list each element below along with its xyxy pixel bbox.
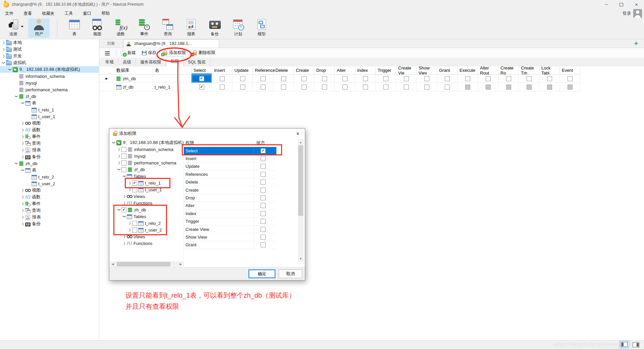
privilege-cell-Select[interactable] <box>192 74 212 83</box>
checkbox[interactable] <box>547 85 552 90</box>
checkbox[interactable] <box>121 160 126 165</box>
checkbox[interactable] <box>132 221 137 226</box>
hamburger-menu-button[interactable] <box>99 50 116 56</box>
toolbar-item-表[interactable]: 表 <box>64 18 85 38</box>
checkbox[interactable] <box>342 85 347 90</box>
tree-expanded-icon[interactable] <box>20 168 25 172</box>
scroll-right-icon[interactable]: ▶ <box>178 261 183 267</box>
tree-collapsed-icon[interactable] <box>20 128 25 132</box>
tab-SQL 预览[interactable]: SQL 预览 <box>184 58 211 66</box>
tree-item-备份[interactable]: 备份 <box>0 153 99 160</box>
checkbox[interactable] <box>445 76 450 81</box>
privilege-cell-Drop[interactable] <box>314 83 335 91</box>
tree-item-t_user_2[interactable]: t_user_2 <box>0 180 99 187</box>
grid-column-Create Ro[interactable]: Create Ro <box>498 66 519 74</box>
privilege-cell-Select[interactable] <box>192 83 212 91</box>
checkbox[interactable] <box>132 228 137 233</box>
privilege-cell-Show Viev[interactable] <box>417 83 437 91</box>
privilege-cell-Alter Rout[interactable] <box>478 74 498 83</box>
grid-column-Show Viev[interactable]: Show Viev <box>417 66 437 74</box>
checkbox[interactable] <box>261 219 266 224</box>
tree-collapsed-icon[interactable] <box>20 201 25 206</box>
tab-高级[interactable]: 高级 <box>118 58 136 66</box>
permission-row-Create View[interactable]: Create View <box>184 226 276 233</box>
privilege-cell-Reference[interactable] <box>253 74 273 83</box>
table-row[interactable]: zh\_db <box>99 74 644 83</box>
privilege-cell-Insert[interactable] <box>212 74 232 83</box>
tree-item-mysql[interactable]: mysql <box>0 80 99 86</box>
tree-item-本地[interactable]: 本地 <box>0 39 99 46</box>
toolbar-item-报表[interactable]: 报表 <box>180 18 202 38</box>
grid-column-Index[interactable]: Index <box>355 66 376 74</box>
checkbox[interactable] <box>322 76 327 81</box>
privilege-cell-Alter[interactable] <box>335 74 355 83</box>
tree-item-报表[interactable]: 报表 <box>0 147 99 153</box>
grid-column-Insert[interactable]: Insert <box>212 66 232 74</box>
tree-collapsed-icon[interactable] <box>127 228 132 232</box>
tab-user-active[interactable]: zhangsan@% (9、192.168.1... <box>123 39 219 48</box>
toolbar-item-查询[interactable]: 查询 <box>157 18 178 38</box>
grid-column-Event[interactable]: Event <box>560 66 580 74</box>
grid-column-Create[interactable]: Create <box>294 66 314 74</box>
tab-权限[interactable]: 权限 <box>166 56 184 67</box>
privilege-cell-Index[interactable] <box>355 83 376 91</box>
checkbox[interactable] <box>121 207 126 212</box>
privilege-cell-Trigger[interactable] <box>376 74 396 83</box>
privilege-cell-Lock Tabl[interactable] <box>539 74 560 83</box>
vertical-scroll-thumb[interactable] <box>298 145 303 216</box>
button-删除权限[interactable]: 删除权限 <box>192 50 215 56</box>
checkbox[interactable] <box>261 195 266 200</box>
scroll-down-icon[interactable]: ▼ <box>298 256 304 261</box>
chevron-down-icon[interactable] <box>21 26 23 28</box>
minimize-button[interactable] <box>599 0 614 9</box>
privilege-cell-Event[interactable] <box>560 83 580 91</box>
tree-item-mysql[interactable]: mysql <box>110 153 183 159</box>
checkbox[interactable] <box>424 76 429 81</box>
checkbox[interactable] <box>121 154 126 159</box>
tree-item-函数[interactable]: 函数 <box>0 127 99 133</box>
privilege-cell-Create Ro[interactable] <box>498 74 519 83</box>
privilege-cell-Event[interactable] <box>560 74 580 83</box>
checkbox[interactable] <box>261 180 266 185</box>
toolbar-item-视图[interactable]: 视图 <box>87 18 108 38</box>
tree-item-9、192.168.10.88 (本地虚拟机)[interactable]: 9、192.168.10.88 (本地虚拟机) <box>110 139 183 146</box>
tree-collapsed-icon[interactable] <box>20 148 25 152</box>
checkbox[interactable] <box>363 76 368 81</box>
tree-collapsed-icon[interactable] <box>127 181 132 185</box>
checkbox[interactable] <box>527 76 532 81</box>
grid-column-Alter[interactable]: Alter <box>335 66 355 74</box>
tree-item-查询[interactable]: 查询 <box>0 140 99 147</box>
menu-item-3[interactable]: 工具 <box>60 11 78 16</box>
privilege-cell-Alter Rout[interactable] <box>478 83 498 91</box>
grid-column-Alter Rout[interactable]: Alter Rout <box>478 66 498 74</box>
checkbox[interactable] <box>281 76 286 81</box>
permission-row-Update[interactable]: Update <box>184 163 276 170</box>
toolbar-item-函数[interactable]: 函数 <box>110 18 131 38</box>
toolbar-item-计划[interactable]: 计划 <box>227 18 249 38</box>
checkbox[interactable] <box>261 235 266 240</box>
privilege-cell-Show Viev[interactable] <box>417 74 437 83</box>
privilege-cell-Update[interactable] <box>232 74 253 83</box>
toolbar-item-连接[interactable]: 连接 <box>3 18 24 38</box>
tab-常规[interactable]: 常规 <box>101 58 118 66</box>
tree-item-备份[interactable]: 备份 <box>0 220 99 227</box>
permission-row-Drop[interactable]: Drop <box>184 194 276 202</box>
grid-column-Execute[interactable]: Execute <box>458 66 478 74</box>
tree-item-报表[interactable]: 报表 <box>0 214 99 220</box>
tree-collapsed-icon[interactable] <box>122 241 127 246</box>
cancel-button[interactable]: 取消 <box>279 269 302 278</box>
privilege-cell-Create Tm[interactable] <box>519 83 539 91</box>
checkbox[interactable] <box>220 76 225 81</box>
ok-button[interactable]: 确定 <box>249 269 275 278</box>
checkbox[interactable] <box>199 85 204 90</box>
tree-item-虚拟机[interactable]: 虚拟机 <box>0 59 99 66</box>
checkbox[interactable] <box>302 85 307 90</box>
privilege-cell-Grant[interactable] <box>437 83 458 91</box>
grid-column-Select[interactable]: Select <box>192 66 212 74</box>
checkbox[interactable] <box>261 148 266 153</box>
tree-item-performance_schema[interactable]: performance_schema <box>110 159 183 166</box>
checkbox[interactable] <box>383 85 388 90</box>
permission-row-Insert[interactable]: Insert <box>184 155 276 162</box>
tree-item-表[interactable]: 表 <box>0 167 99 173</box>
tree-item-t_relo_2[interactable]: t_relo_2 <box>110 220 183 227</box>
